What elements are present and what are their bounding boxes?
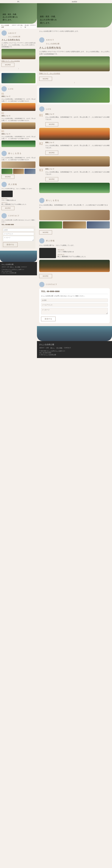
kyujin-icon — [1, 182, 7, 187]
pc-kyujin-body: さんぷる自然公園では、スタッフを募集しています。 — [1, 188, 35, 190]
mob-news-item-1: 2023.04.01 スタッフ募集のお知らせ — [57, 249, 110, 253]
mob-footer-tel: TEL: 00-0000-0000 — [39, 352, 110, 354]
mob-sunset-image — [39, 128, 110, 140]
mob-contact-tel: TEL: 00-0000-0000 — [41, 290, 108, 293]
pc-life-label: LIFE — [1, 86, 35, 91]
mob-about-section: ABOUT さんぷる自然公園 さんぷる自然を知る 人と地球をいのちでつないでリデ… — [37, 35, 112, 86]
pc-contact-tel: TEL: 00-0000-0000 — [1, 224, 35, 225]
mob-kyujin-icon — [39, 238, 45, 243]
mob-trees-image — [39, 183, 110, 193]
mob-chart-image — [39, 248, 56, 258]
life-icon — [1, 86, 7, 91]
pc-scroll-arrow: ↓ — [1, 67, 35, 69]
mob-footer-nav-contact[interactable]: CONTACT — [64, 347, 71, 349]
pc-nav-kyujin[interactable]: 求人情報 — [25, 25, 29, 28]
pc-message-input[interactable] — [3, 236, 34, 241]
mob-about-more-btn[interactable]: MORE — [39, 77, 52, 81]
pc-about-sublabel: さんぷる自然公園 — [8, 36, 35, 38]
pc-kurashi-section: 暮らしを見る さんぷる自然公園は、自然体験施設です。山や川、田んぼを通じて、人と… — [0, 149, 37, 180]
mob-about-body1: 人と地球をいのちでつないでリデザインを科さる場所を提供します。 さんぷる自然公園… — [39, 51, 110, 56]
pc-email-input[interactable] — [3, 232, 34, 235]
mob-small-images — [39, 221, 110, 228]
pc-contact-section: CONTACT さんぷる自然公園へのお問い合わせはこちらよりご連絡ください。 T… — [0, 212, 37, 251]
mob-scroll-arrow: ↓ — [39, 82, 110, 84]
mob-footer-nav-life[interactable]: LIFE — [46, 347, 49, 349]
mob-footer: さんぷる自然公園 ABOUT LIFE 暮らし 求人情報 CONTACT 〒00… — [37, 341, 112, 358]
pc-footer-nav-contact[interactable]: CONTACT — [21, 266, 27, 268]
mob-contact-body: さんぷる自然公園へのお問い合わせはこちらよりご連絡ください。 — [41, 295, 108, 297]
pc-footer-nav-kyujin[interactable]: 求人情報 — [15, 266, 20, 268]
pc-contact-body: さんぷる自然公園へのお問い合わせはこちらよりご連絡ください。 — [1, 219, 35, 223]
mob-life-3-btn[interactable]: MORE — [45, 177, 58, 181]
mob-kurashi-section: 暮らしを見る さんぷる自然公園は、自然体験施設です。山や川、田んぼを通じて、人と… — [37, 196, 112, 236]
pc-nav-about[interactable]: ABOUT — [12, 25, 16, 28]
mob-life-item-2: 02 農業について さんぷる自然公園は、自然体験施設です。山や川、田んぼを通じて… — [39, 142, 110, 155]
pc-nav-contact[interactable]: CONTACT — [30, 25, 36, 28]
pc-nav: さんぷる自然公園 ABOUT LIFE 暮らし 求人情報 CONTACT — [0, 24, 37, 29]
pc-footer-nav-kurashi[interactable]: 暮らし — [10, 266, 14, 268]
pc-flower-image — [1, 73, 35, 83]
pc-kurashi-more-btn[interactable]: MORE — [1, 175, 15, 179]
mob-kyujin-chart-row: 2023.04.01 スタッフ募集のお知らせ 2023.03.15 新しい農業体… — [39, 248, 110, 259]
mob-life-2-btn[interactable]: MORE — [45, 151, 58, 155]
pc-market-img3 — [24, 169, 35, 174]
mob-name-input[interactable] — [41, 299, 108, 302]
pc-nav-life[interactable]: LIFE — [17, 25, 20, 28]
mob-kurashi-more-btn[interactable]: MORE — [39, 230, 52, 235]
pc-contact-form: 送信する — [1, 226, 35, 248]
mob-contact-box: TEL: 00-0000-0000 さんぷる自然公園へのお問い合わせはこちらより… — [39, 288, 110, 323]
mob-hero-section: 創造・発見・共感、あふれる和の暮らを届けします。 — [37, 3, 112, 27]
pc-name-input[interactable] — [3, 228, 34, 231]
mob-kurashi-label: 暮らしを見る — [39, 198, 110, 203]
mob-about-icon — [39, 37, 45, 42]
mob-kurashi-icon — [39, 198, 45, 203]
pc-contact-submit-btn[interactable]: 送信する — [3, 242, 18, 247]
mob-flower-image — [39, 88, 110, 103]
mob-footer-nav-about[interactable]: ABOUT — [39, 347, 45, 349]
mob-mountain-image — [39, 56, 110, 71]
mob-message-input[interactable] — [41, 308, 108, 314]
pc-life-item-1: 01 農業について さんぷる自然公園は、自然体験施設です。山や川、田んぼを通じて… — [1, 92, 35, 102]
pc-footer-copyright: © 2023 さんぷる自然公園 — [1, 272, 35, 274]
pc-kyujin-section: 求人情報 さんぷる自然公園では、スタッフを募集しています。 2023.04.01… — [0, 180, 37, 212]
pc-about-more-btn[interactable]: MORE — [1, 63, 15, 67]
pc-footer-nav-about[interactable]: ABOUT — [1, 266, 6, 268]
mob-about-link[interactable]: 詳細について、さんぷるを知る — [39, 72, 110, 75]
mob-life-1-btn[interactable]: MORE — [45, 122, 58, 126]
mob-life-item-1: 01 農業について さんぷる自然公園は、自然体験施設です。山や川、田んぼを通じて… — [39, 113, 110, 126]
pc-nature-image-section — [0, 71, 37, 85]
mob-kyujin-body: さんぷる自然公園では、スタッフを募集しています。 — [39, 244, 110, 247]
pc-kurashi-label: 暮らしを見る — [1, 151, 35, 156]
pc-kyujin-more-btn[interactable]: MORE — [1, 206, 15, 210]
mob-contact-submit-btn[interactable]: 送信する — [41, 317, 56, 321]
pc-about-link[interactable]: 詳細について、さんぷるを知る — [1, 60, 35, 62]
pc-footer-tel: TEL: 00-0000-0000 — [1, 271, 35, 272]
mob-footer-nav-kyujin[interactable]: 求人情報 — [56, 347, 62, 349]
pc-footer-logo: さんぷる自然公園 — [1, 264, 35, 266]
mob-life-icon — [39, 106, 45, 112]
mob-hero-sub-section: さんぷる自然公園でリデザインを科さる場所を提供します。 — [37, 27, 112, 35]
mob-hero-sub: さんぷる自然公園でリデザインを科さる場所を提供します。 — [39, 30, 110, 33]
mob-footer-copyright: © 2023 さんぷる自然公園 — [39, 354, 110, 356]
pc-nav-kurashi[interactable]: 暮らし — [21, 25, 24, 28]
pc-sunset-image — [1, 103, 35, 111]
mob-contact-section: CONTACT TEL: 00-0000-0000 さんぷる自然公園へのお問い合… — [37, 280, 112, 326]
pc-news-item-2: 2023.03.15 新しい農業体験プログラムを開始しました — [1, 202, 35, 205]
pc-mountain-image — [1, 49, 35, 59]
pc-hero-text: 創造、発見、共感、あふれる和の暮らを届りします。 — [3, 13, 18, 21]
mob-about-sublabel: さんぷる自然公園 — [46, 42, 110, 45]
mob-life-section: LIFE 01 農業について さんぷる自然公園は、自然体験施設です。山や川、田ん… — [37, 104, 112, 196]
kurashi-icon — [1, 151, 7, 156]
mob-email-input[interactable] — [41, 303, 108, 307]
mob-footer-nav-kurashi[interactable]: 暮らし — [50, 347, 55, 349]
pc-footer: さんぷる自然公園 ABOUT LIFE 暮らし 求人情報 CONTACT 〒00… — [0, 262, 37, 275]
pc-market-img2 — [13, 169, 24, 174]
pc-footer-mountain-image — [0, 251, 37, 262]
about-icon — [1, 30, 7, 36]
mob-kyujin-news: 2023.04.01 スタッフ募集のお知らせ 2023.03.15 新しい農業体… — [57, 248, 110, 259]
mob-contact-form: 送信する — [41, 298, 108, 321]
mob-kyujin-more-btn[interactable]: MORE — [39, 274, 52, 278]
mobile-column: 創造・発見・共感、あふれる和の暮らを届けします。 さんぷる自然公園でリデザインを… — [37, 3, 112, 358]
pc-about-body: 人と地球をいのちでつないでリデザインを科さる場所を提供します。 さんぷる自然公園… — [1, 42, 35, 48]
pc-footer-nav-life[interactable]: LIFE — [7, 266, 9, 268]
